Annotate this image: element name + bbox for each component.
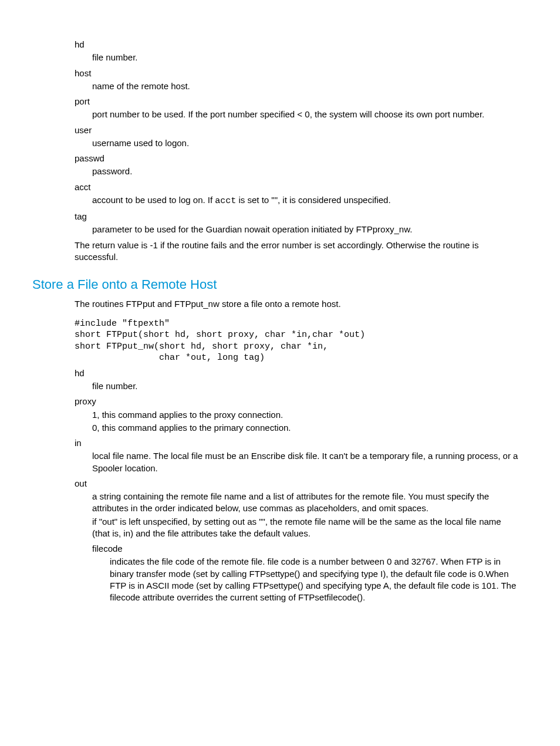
term-in: in [75,437,519,449]
term-filecode: filecode [92,543,519,555]
def-acct-pre: account to be used to log on. If [92,195,215,205]
term-host: host [75,67,519,79]
term-hd: hd [75,39,519,50]
term-proxy: proxy [75,396,519,407]
return-value-para: The return value is -1 if the routine fa… [75,239,519,264]
def-port: port number to be used. If the port numb… [92,109,519,120]
def-hd2: file number. [92,380,519,392]
def-acct: account to be used to log on. If acct is… [92,194,519,207]
term-user: user [75,124,519,136]
def-user: username used to logon. [92,137,519,149]
term-tag: tag [75,211,519,222]
def-hd: file number. [92,52,519,63]
def-filecode: indicates the file code of the remote fi… [110,556,519,603]
def-tag: parameter to be used for the Guardian no… [92,224,519,235]
term-hd2: hd [75,367,519,379]
section-heading-store-file: Store a File onto a Remote Host [32,276,519,293]
term-out: out [75,478,519,490]
def-in: local file name. The local file must be … [92,450,519,474]
def-proxy-0: 0, this command applies to the primary c… [92,422,519,434]
def-acct-post: is set to "", it is considered unspecifi… [236,195,390,205]
def-out-1: a string containing the remote file name… [92,491,519,515]
term-acct: acct [75,181,519,193]
term-port: port [75,96,519,107]
def-acct-code: acct [215,196,236,206]
code-block-ftpput: #include "ftpexth" short FTPput(short hd… [75,318,519,364]
term-passwd: passwd [75,153,519,164]
def-host: name of the remote host. [92,80,519,92]
def-passwd: password. [92,166,519,177]
def-out-2: if "out" is left unspecified, by setting… [92,516,519,540]
section-intro: The routines FTPput and FTPput_nw store … [75,298,519,310]
page-body: hd file number. host name of the remote … [32,39,519,603]
def-proxy-1: 1, this command applies to the proxy con… [92,409,519,421]
